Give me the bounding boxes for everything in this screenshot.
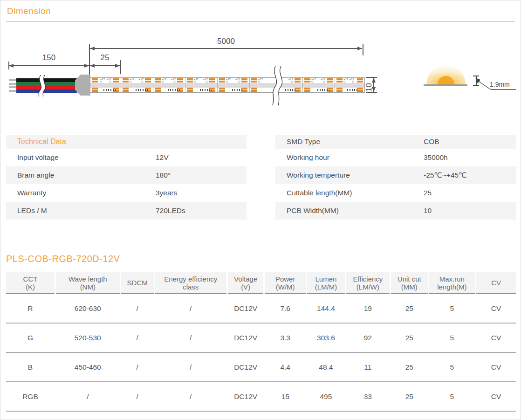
cell: B	[6, 353, 55, 381]
column-header: Max.run length(M)	[429, 272, 475, 294]
component-marks	[200, 89, 212, 91]
spec-label: Bram angle	[17, 171, 54, 179]
cell: DC12V	[228, 353, 264, 381]
cell: 5	[429, 324, 475, 352]
cell: /	[155, 382, 226, 411]
cell: /	[121, 324, 154, 352]
pad-label: +12 G	[258, 78, 266, 83]
cut-line	[185, 78, 185, 92]
solder-pad	[219, 88, 225, 92]
column-header: Lumen (LM/M)	[307, 272, 345, 294]
solder-pad	[123, 88, 129, 92]
dim-strip-length-label: 5000	[90, 37, 362, 46]
arrow-left-icon	[90, 47, 95, 50]
pad-label: +12 G	[286, 78, 293, 83]
cell: 303.6	[307, 324, 345, 352]
solder-pad	[251, 78, 257, 83]
table-row: Input voltage 12V	[6, 149, 247, 166]
component-marks	[103, 89, 116, 91]
solder-pad	[145, 78, 151, 83]
cell: /	[155, 324, 226, 352]
cell: 5	[429, 294, 475, 323]
cell: 25	[391, 353, 428, 381]
cell: 7.6	[265, 294, 306, 323]
cut-line	[302, 78, 303, 92]
spec-label: PCB Width(MM)	[287, 207, 339, 215]
table-row: Bram angle 180°	[6, 166, 247, 184]
table-row-b: B 450-460 / / DC12V 4.4 48.4 11 25 5 CV	[6, 353, 516, 382]
cell: R	[6, 294, 55, 323]
cut-line	[153, 78, 153, 92]
solder-pad	[92, 88, 98, 92]
cell: 25	[391, 294, 428, 323]
column-header: CV	[476, 272, 516, 294]
cell: CV	[476, 353, 516, 381]
solder-pad	[336, 88, 343, 92]
column-header: Voltage (V)	[228, 272, 264, 294]
solder-pad	[219, 78, 225, 83]
cell: DC12V	[228, 294, 264, 323]
cell: 5	[429, 353, 475, 381]
cell: 25	[391, 324, 428, 352]
component-marks	[136, 89, 148, 91]
table-row-r: R 620-630 / / DC12V 7.6 144.4 19 25 5 CV	[6, 294, 516, 324]
table-row: Cuttable length(MM) 25	[275, 184, 516, 202]
column-header: SDCM	[121, 272, 154, 294]
table-row: PCB Width(MM) 10	[275, 202, 516, 220]
solder-pad	[336, 78, 343, 83]
cell: 620-630	[56, 294, 120, 323]
pad-label: +12 G	[100, 78, 108, 83]
spec-value: 180°	[156, 171, 171, 179]
column-header: Energy efficiency class	[155, 272, 226, 294]
wire-pin	[9, 90, 17, 92]
wire-pin	[9, 79, 17, 81]
column-header: Efficiency (LM/W)	[346, 272, 390, 294]
title-divider	[6, 21, 515, 21]
spec-value: 25	[424, 189, 432, 197]
solder-pad	[123, 78, 129, 83]
table-row: LEDs / M 720LEDs	[6, 202, 247, 220]
cell: 520-530	[56, 324, 120, 352]
datasheet-page: Dimension 5000 150 25	[0, 0, 521, 420]
solder-pad	[209, 78, 215, 83]
cell: 25	[391, 382, 428, 411]
led-strip: +12 G+12 G+12 G+12 G+12 G+12 G+12 G+12 G…	[90, 77, 365, 93]
cell: 144.4	[307, 294, 345, 323]
cell: 48.4	[307, 353, 345, 381]
cell: G	[6, 324, 55, 352]
cell: /	[121, 382, 154, 411]
pad-label: +12 G	[318, 78, 325, 83]
dim-cut-unit-label: 25	[90, 53, 120, 62]
column-header: Wave length (NM)	[56, 272, 120, 294]
cell: DC12V	[228, 382, 264, 411]
cell: /	[56, 382, 120, 411]
cell: CV	[476, 294, 516, 323]
dim-led-height-label: 1.9mm	[490, 81, 516, 88]
cell: 3.3	[265, 324, 306, 352]
spec-label: Warranty	[17, 189, 46, 197]
spec-value: 10	[424, 207, 432, 215]
wire-pin	[9, 86, 17, 88]
cell: 495	[307, 382, 345, 411]
solder-pad	[187, 88, 193, 92]
component-marks	[285, 89, 297, 91]
table-row-rgb: RGB / / / DC12V 15 495 33 25 5 CV	[6, 382, 516, 412]
cell: RGB	[6, 382, 55, 411]
spec-label: LEDs / M	[17, 207, 47, 215]
cell: CV	[476, 324, 516, 352]
component-marks	[317, 89, 329, 91]
technical-data-table-left: Technical Data Input voltage 12V Bram an…	[6, 135, 247, 220]
spec-label: SMD Type	[287, 138, 320, 146]
extension-line	[363, 44, 363, 55]
arrow-right-icon	[357, 47, 362, 50]
cell: /	[155, 353, 226, 381]
width-tick	[366, 92, 377, 93]
component-marks	[232, 89, 244, 91]
arrow-left-icon	[90, 64, 95, 68]
pad-label: +12 G	[347, 78, 354, 83]
cell: 33	[346, 382, 390, 411]
arrow-left-icon	[9, 64, 14, 68]
table-row: SMD Type COB	[275, 135, 516, 149]
spec-label: Working temperture	[287, 171, 350, 179]
solder-pad	[92, 78, 98, 83]
